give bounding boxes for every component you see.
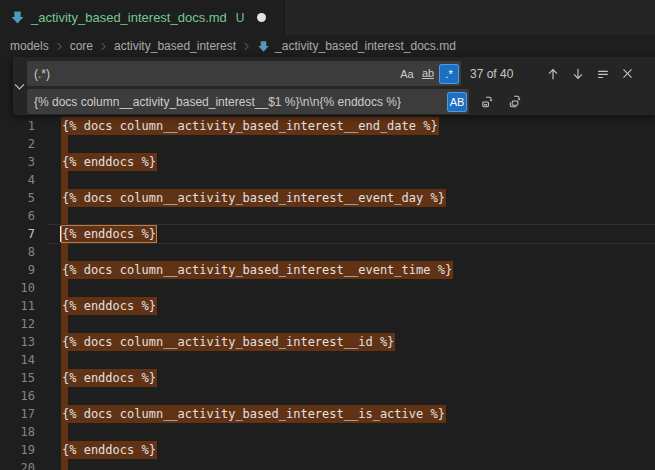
code-line[interactable]: 7{% enddocs %}	[0, 225, 655, 243]
code-line[interactable]: 10	[0, 279, 655, 297]
code-line[interactable]: 1{% docs column__activity_based_interest…	[0, 117, 655, 135]
whole-word-toggle[interactable]: ab	[418, 64, 438, 84]
tab-active[interactable]: _activity_based_interest_docs.md U	[0, 0, 285, 35]
replace-input[interactable]	[27, 89, 446, 114]
git-status-badge: U	[236, 11, 245, 25]
line-number: 11	[0, 297, 35, 315]
find-widget-rows: Aa ab .* 37 of 40	[26, 57, 655, 115]
line-number: 10	[0, 279, 35, 297]
find-match-highlight: {% docs column__activity_based_interest_…	[61, 189, 446, 207]
previous-match-button[interactable]	[542, 63, 563, 84]
line-content[interactable]	[61, 171, 68, 189]
line-number: 19	[0, 441, 35, 459]
breadcrumb-item-core[interactable]: core	[70, 39, 93, 53]
line-content[interactable]	[61, 279, 68, 297]
line-content[interactable]	[61, 135, 68, 153]
regex-toggle[interactable]: .*	[439, 64, 459, 84]
line-number: 16	[0, 387, 35, 405]
line-content[interactable]	[61, 243, 68, 261]
close-find-button[interactable]	[617, 63, 638, 84]
toggle-replace-button[interactable]	[13, 57, 26, 115]
code-line[interactable]: 16	[0, 387, 655, 405]
find-match-highlight	[61, 171, 68, 189]
code-line[interactable]: 14	[0, 351, 655, 369]
arrow-up-icon	[546, 67, 560, 81]
line-content[interactable]: {% docs column__activity_based_interest_…	[61, 405, 446, 423]
code-line[interactable]: 20	[0, 459, 655, 470]
code-line[interactable]: 2	[0, 135, 655, 153]
line-content[interactable]	[61, 207, 68, 225]
line-content[interactable]	[61, 351, 68, 369]
text-cursor	[60, 226, 61, 242]
line-content[interactable]	[61, 423, 68, 441]
line-content[interactable]: {% enddocs %}	[61, 225, 157, 243]
code-line[interactable]: 19{% enddocs %}	[0, 441, 655, 459]
find-replace-widget: Aa ab .* 37 of 40	[12, 57, 655, 115]
code-line[interactable]: 9{% docs column__activity_based_interest…	[0, 261, 655, 279]
line-number: 7	[0, 225, 35, 243]
code-line[interactable]: 12	[0, 315, 655, 333]
replace-buttons	[477, 91, 526, 112]
replace-all-icon	[508, 94, 523, 109]
breadcrumb-item-file[interactable]: _activity_based_interest_docs.md	[257, 39, 456, 53]
breadcrumb-item-folder[interactable]: activity_based_interest	[114, 39, 236, 53]
current-find-match: {% enddocs %}	[61, 225, 157, 243]
line-content[interactable]: {% enddocs %}	[61, 297, 157, 315]
line-number: 15	[0, 369, 35, 387]
line-content[interactable]: {% enddocs %}	[61, 153, 157, 171]
find-nav-buttons	[542, 63, 638, 84]
line-content[interactable]: {% enddocs %}	[61, 369, 157, 387]
line-content[interactable]: {% docs column__activity_based_interest_…	[61, 261, 453, 279]
arrow-down-icon	[571, 67, 585, 81]
line-content[interactable]	[61, 315, 68, 333]
code-line[interactable]: 11{% enddocs %}	[0, 297, 655, 315]
code-line[interactable]: 4	[0, 171, 655, 189]
find-match-highlight	[61, 423, 68, 441]
line-content[interactable]: {% docs column__activity_based_interest_…	[61, 189, 446, 207]
code-area[interactable]: 1{% docs column__activity_based_interest…	[0, 57, 655, 470]
find-match-highlight	[61, 387, 68, 405]
editor: Aa ab .* 37 of 40	[0, 57, 655, 470]
find-in-selection-button[interactable]	[592, 63, 613, 84]
find-match-highlight: {% docs column__activity_based_interest_…	[61, 333, 395, 351]
code-line[interactable]: 18	[0, 423, 655, 441]
line-number: 20	[0, 459, 35, 470]
whole-word-label: ab	[422, 68, 434, 79]
line-content[interactable]: {% enddocs %}	[61, 441, 157, 459]
match-count: 37 of 40	[470, 67, 532, 81]
replace-all-button[interactable]	[505, 91, 526, 112]
line-content[interactable]	[61, 459, 68, 470]
code-line[interactable]: 5{% docs column__activity_based_interest…	[0, 189, 655, 207]
tab-filename: _activity_based_interest_docs.md	[31, 10, 227, 25]
code-line[interactable]: 15{% enddocs %}	[0, 369, 655, 387]
code-line[interactable]: 3{% enddocs %}	[0, 153, 655, 171]
line-number: 13	[0, 333, 35, 351]
find-match-highlight: {% docs column__activity_based_interest_…	[61, 261, 453, 279]
code-line[interactable]: 6	[0, 207, 655, 225]
find-match-highlight	[61, 243, 68, 261]
modified-indicator[interactable]	[257, 13, 266, 22]
line-content[interactable]: {% docs column__activity_based_interest_…	[61, 333, 395, 351]
replace-button[interactable]	[477, 91, 498, 112]
find-in-selection-icon	[596, 67, 610, 81]
preserve-case-toggle[interactable]: AB	[447, 92, 467, 112]
replace-row: AB	[27, 89, 638, 114]
line-number: 14	[0, 351, 35, 369]
breadcrumb-filename: _activity_based_interest_docs.md	[275, 39, 456, 53]
line-content[interactable]: {% docs column__activity_based_interest_…	[61, 117, 439, 135]
find-match-highlight	[61, 279, 68, 297]
find-input[interactable]	[27, 61, 396, 86]
match-case-toggle[interactable]: Aa	[397, 64, 417, 84]
vscode-window: _activity_based_interest_docs.md U model…	[0, 0, 655, 470]
find-match-highlight: {% enddocs %}	[61, 153, 157, 171]
line-number: 9	[0, 261, 35, 279]
line-content[interactable]	[61, 387, 68, 405]
code-line[interactable]: 8	[0, 243, 655, 261]
code-line[interactable]: 17{% docs column__activity_based_interes…	[0, 405, 655, 423]
next-match-button[interactable]	[567, 63, 588, 84]
code-line[interactable]: 13{% docs column__activity_based_interes…	[0, 333, 655, 351]
breadcrumb-item-models[interactable]: models	[10, 39, 49, 53]
replace-input-box: AB	[27, 89, 469, 114]
line-number: 18	[0, 423, 35, 441]
close-icon	[621, 67, 634, 80]
